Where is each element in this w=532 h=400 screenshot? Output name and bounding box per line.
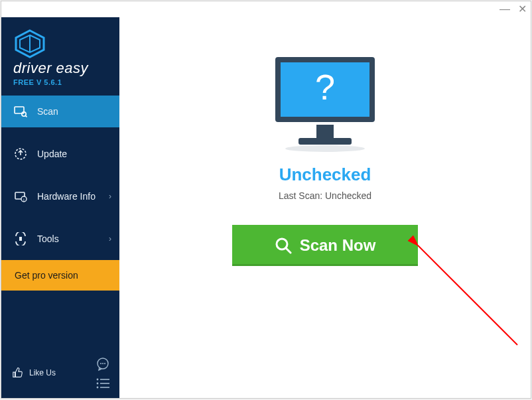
sidebar-bottom: Like Us xyxy=(1,350,119,398)
sidebar-item-update[interactable]: Update xyxy=(1,138,119,170)
like-us-label: Like Us xyxy=(29,368,56,377)
svg-rect-10 xyxy=(19,237,22,241)
svg-point-19 xyxy=(97,387,99,389)
annotation-arrow xyxy=(398,230,531,362)
sidebar-item-tools[interactable]: Tools › xyxy=(1,223,119,255)
sidebar-spacer xyxy=(1,291,119,350)
titlebar: — ✕ xyxy=(1,1,531,17)
svg-text:?: ? xyxy=(315,67,335,107)
update-icon xyxy=(13,147,28,161)
svg-rect-24 xyxy=(316,125,334,138)
svg-text:i: i xyxy=(23,198,24,202)
svg-point-15 xyxy=(97,379,99,381)
monitor-icon: ? xyxy=(269,53,381,153)
svg-point-26 xyxy=(285,145,365,152)
chevron-right-icon: › xyxy=(109,234,111,243)
svg-rect-25 xyxy=(299,138,352,145)
brand-name: driver easy xyxy=(13,60,111,77)
like-us-button[interactable]: Like Us xyxy=(12,367,56,379)
scan-now-label: Scan Now xyxy=(300,236,376,255)
minimize-button[interactable]: — xyxy=(499,4,510,15)
svg-point-17 xyxy=(97,383,99,385)
sidebar-item-scan[interactable]: Scan xyxy=(1,96,119,127)
logo-icon xyxy=(13,29,46,58)
sidebar-item-label: Update xyxy=(37,149,67,159)
svg-point-14 xyxy=(104,363,105,364)
get-pro-button[interactable]: Get pro version xyxy=(1,260,119,291)
svg-line-28 xyxy=(286,248,291,253)
tools-icon xyxy=(13,232,28,246)
chevron-right-icon: › xyxy=(109,192,111,201)
main-panel: ? Unchecked Last Scan: Unchecked Scan No… xyxy=(119,17,531,398)
search-icon xyxy=(275,237,292,254)
scan-now-button[interactable]: Scan Now xyxy=(232,225,418,266)
feedback-icon[interactable] xyxy=(96,357,110,371)
app-window: — ✕ driver easy FREE V 5.6.1 Scan xyxy=(1,1,531,399)
thumbs-up-icon xyxy=(12,367,24,379)
sidebar-item-label: Tools xyxy=(37,233,59,244)
scan-icon xyxy=(13,104,28,119)
svg-point-12 xyxy=(100,363,101,364)
menu-icon[interactable] xyxy=(96,378,110,389)
sidebar-item-label: Hardware Info xyxy=(37,191,96,202)
hardware-info-icon: i xyxy=(13,189,28,204)
get-pro-label: Get pro version xyxy=(15,270,78,281)
sidebar: driver easy FREE V 5.6.1 Scan Update xyxy=(1,17,119,398)
bottom-icons xyxy=(96,357,110,389)
svg-line-29 xyxy=(418,245,517,345)
svg-point-13 xyxy=(102,363,103,364)
close-button[interactable]: ✕ xyxy=(518,4,527,15)
status-title: Unchecked xyxy=(279,165,371,185)
brand-version: FREE V 5.6.1 xyxy=(13,78,111,86)
status-subtitle: Last Scan: Unchecked xyxy=(279,190,371,201)
app-body: driver easy FREE V 5.6.1 Scan Update xyxy=(1,17,531,398)
logo-area: driver easy FREE V 5.6.1 xyxy=(1,17,119,96)
sidebar-item-label: Scan xyxy=(37,106,58,117)
nav: Scan Update i Hardware Info › xyxy=(1,96,119,291)
sidebar-item-hardware-info[interactable]: i Hardware Info › xyxy=(1,180,119,212)
svg-line-5 xyxy=(26,116,27,117)
